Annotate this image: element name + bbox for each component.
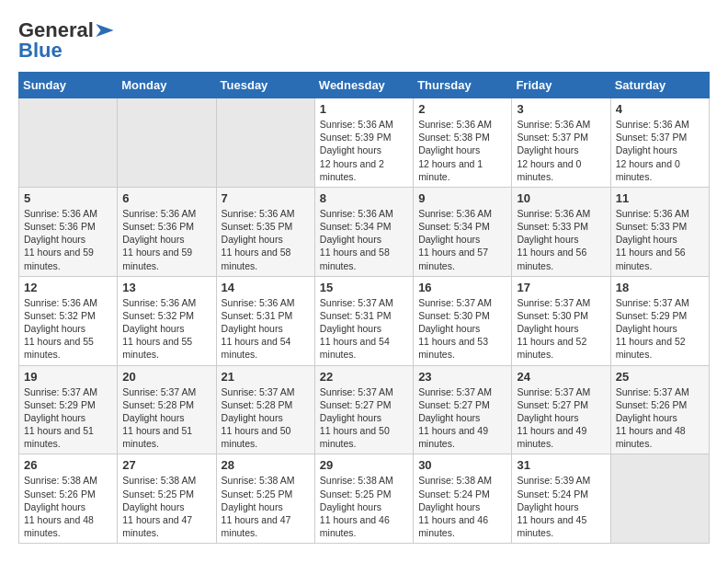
daylight-label: Daylight hours <box>616 323 677 334</box>
daylight-label: Daylight hours <box>320 234 381 245</box>
sunrise-label: Sunrise: 5:36 AM <box>222 208 295 219</box>
daylight-value: 11 hours and 58 minutes. <box>222 247 291 270</box>
daylight-value: 11 hours and 56 minutes. <box>616 247 686 270</box>
daylight-value: 11 hours and 59 minutes. <box>122 247 192 270</box>
day-number: 30 <box>418 458 506 472</box>
daylight-label: Daylight hours <box>122 501 184 512</box>
daylight-value: 11 hours and 48 minutes. <box>24 514 94 538</box>
week-row-3: 12 Sunrise: 5:36 AM Sunset: 5:32 PM Dayl… <box>19 276 710 365</box>
daylight-label: Daylight hours <box>122 234 184 245</box>
day-number: 13 <box>122 281 210 294</box>
daylight-value: 11 hours and 47 minutes. <box>222 514 291 538</box>
daylight-label: Daylight hours <box>517 234 578 245</box>
daylight-value: 11 hours and 45 minutes. <box>517 514 586 538</box>
calendar-table: SundayMondayTuesdayWednesdayThursdayFrid… <box>18 72 710 544</box>
daylight-value: 11 hours and 51 minutes. <box>122 425 192 449</box>
day-number: 25 <box>616 370 704 384</box>
sunset-label: Sunset: 5:27 PM <box>418 399 490 410</box>
calendar-cell: 15 Sunrise: 5:37 AM Sunset: 5:31 PM Dayl… <box>314 276 413 365</box>
daylight-value: 11 hours and 54 minutes. <box>320 336 390 360</box>
sunset-label: Sunset: 5:33 PM <box>616 221 688 232</box>
sunset-label: Sunset: 5:29 PM <box>616 310 688 321</box>
daylight-label: Daylight hours <box>616 234 677 245</box>
day-number: 1 <box>320 102 408 116</box>
sunrise-label: Sunrise: 5:36 AM <box>616 208 689 219</box>
sunset-label: Sunset: 5:31 PM <box>222 310 293 321</box>
day-number: 14 <box>222 281 310 294</box>
daylight-value: 11 hours and 58 minutes. <box>320 247 390 270</box>
sunrise-label: Sunrise: 5:38 AM <box>24 475 97 486</box>
day-number: 2 <box>418 102 506 116</box>
day-number: 20 <box>122 370 210 384</box>
sunrise-label: Sunrise: 5:36 AM <box>24 208 97 219</box>
day-number: 26 <box>24 458 112 472</box>
sunset-label: Sunset: 5:36 PM <box>122 221 194 232</box>
sunrise-label: Sunrise: 5:37 AM <box>418 386 492 397</box>
daylight-label: Daylight hours <box>222 323 283 334</box>
cell-content: Sunrise: 5:37 AM Sunset: 5:27 PM Dayligh… <box>517 385 605 451</box>
sunrise-label: Sunrise: 5:36 AM <box>320 119 393 130</box>
day-number: 5 <box>24 191 112 205</box>
daylight-label: Daylight hours <box>517 412 578 423</box>
daylight-value: 11 hours and 50 minutes. <box>320 425 390 449</box>
daylight-label: Daylight hours <box>222 234 283 245</box>
logo-blue-text: Blue <box>18 39 63 63</box>
calendar-cell: 21 Sunrise: 5:37 AM Sunset: 5:28 PM Dayl… <box>216 365 314 454</box>
calendar-cell: 23 Sunrise: 5:37 AM Sunset: 5:27 PM Dayl… <box>414 365 512 454</box>
sunrise-label: Sunrise: 5:38 AM <box>222 475 295 486</box>
day-header-wednesday: Wednesday <box>314 73 413 98</box>
calendar-cell: 5 Sunrise: 5:36 AM Sunset: 5:36 PM Dayli… <box>19 187 118 276</box>
sunrise-label: Sunrise: 5:36 AM <box>517 119 590 130</box>
daylight-value: 11 hours and 55 minutes. <box>24 336 94 360</box>
daylight-label: Daylight hours <box>418 323 480 334</box>
day-number: 8 <box>320 191 408 205</box>
page-header: General Blue <box>18 18 710 63</box>
calendar-cell: 27 Sunrise: 5:38 AM Sunset: 5:25 PM Dayl… <box>118 454 216 544</box>
sunrise-label: Sunrise: 5:36 AM <box>222 297 295 308</box>
day-number: 29 <box>320 458 408 472</box>
sunrise-label: Sunrise: 5:37 AM <box>517 386 590 397</box>
day-number: 23 <box>418 370 506 384</box>
cell-content: Sunrise: 5:38 AM Sunset: 5:25 PM Dayligh… <box>222 474 310 539</box>
daylight-value: 11 hours and 54 minutes. <box>222 336 291 360</box>
day-header-sunday: Sunday <box>19 73 118 98</box>
day-number: 12 <box>24 281 112 294</box>
sunrise-label: Sunrise: 5:36 AM <box>122 208 196 219</box>
daylight-label: Daylight hours <box>222 412 283 423</box>
day-number: 9 <box>418 191 506 205</box>
calendar-cell: 9 Sunrise: 5:36 AM Sunset: 5:34 PM Dayli… <box>414 187 512 276</box>
daylight-value: 11 hours and 46 minutes. <box>418 514 488 538</box>
cell-content: Sunrise: 5:36 AM Sunset: 5:34 PM Dayligh… <box>418 207 506 272</box>
sunset-label: Sunset: 5:25 PM <box>320 488 392 500</box>
daylight-label: Daylight hours <box>517 501 578 512</box>
sunset-label: Sunset: 5:26 PM <box>24 488 96 500</box>
calendar-cell: 12 Sunrise: 5:36 AM Sunset: 5:32 PM Dayl… <box>19 276 118 365</box>
daylight-label: Daylight hours <box>418 501 480 512</box>
daylight-value: 11 hours and 52 minutes. <box>616 336 686 360</box>
sunset-label: Sunset: 5:34 PM <box>320 221 392 232</box>
sunrise-label: Sunrise: 5:38 AM <box>418 475 492 486</box>
sunset-label: Sunset: 5:32 PM <box>122 310 194 321</box>
daylight-label: Daylight hours <box>320 412 381 423</box>
day-number: 11 <box>616 191 704 205</box>
day-number: 17 <box>517 281 605 294</box>
sunset-label: Sunset: 5:28 PM <box>122 399 194 410</box>
daylight-value: 11 hours and 51 minutes. <box>24 425 94 449</box>
cell-content: Sunrise: 5:36 AM Sunset: 5:36 PM Dayligh… <box>24 207 112 272</box>
sunset-label: Sunset: 5:38 PM <box>418 132 490 143</box>
day-number: 18 <box>616 281 704 294</box>
daylight-label: Daylight hours <box>222 501 283 512</box>
daylight-label: Daylight hours <box>517 323 578 334</box>
sunset-label: Sunset: 5:29 PM <box>24 399 96 410</box>
daylight-label: Daylight hours <box>517 144 578 155</box>
day-number: 24 <box>517 370 605 384</box>
week-row-5: 26 Sunrise: 5:38 AM Sunset: 5:26 PM Dayl… <box>19 454 710 544</box>
sunrise-label: Sunrise: 5:36 AM <box>517 208 590 219</box>
daylight-label: Daylight hours <box>320 501 381 512</box>
cell-content: Sunrise: 5:39 AM Sunset: 5:24 PM Dayligh… <box>517 474 605 539</box>
cell-content: Sunrise: 5:37 AM Sunset: 5:29 PM Dayligh… <box>24 385 112 451</box>
sunrise-label: Sunrise: 5:37 AM <box>616 386 689 397</box>
calendar-cell: 28 Sunrise: 5:38 AM Sunset: 5:25 PM Dayl… <box>216 454 314 544</box>
sunset-label: Sunset: 5:35 PM <box>222 221 293 232</box>
calendar-cell: 14 Sunrise: 5:36 AM Sunset: 5:31 PM Dayl… <box>216 276 314 365</box>
